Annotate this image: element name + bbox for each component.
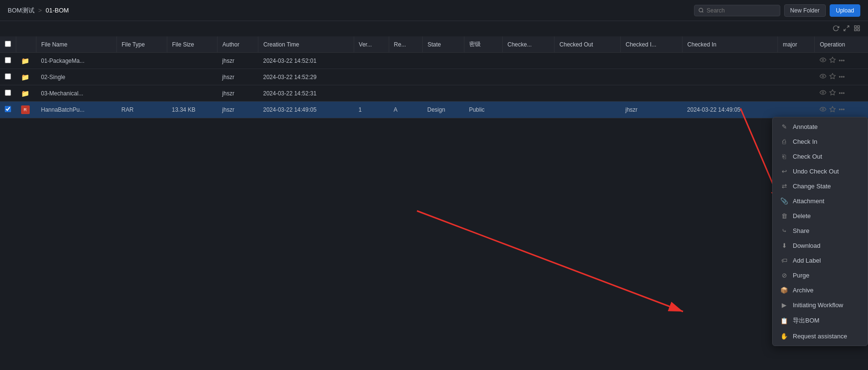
- row-checkbox-cell[interactable]: [0, 53, 16, 69]
- star-icon[interactable]: [829, 73, 836, 81]
- table-row[interactable]: 📁 02-Single jhszr 2024-03-22 14:52:29: [0, 69, 868, 85]
- menu-item-label-attachment: Attachment: [793, 197, 824, 205]
- row-operation[interactable]: •••: [815, 85, 868, 102]
- menu-item-check-in[interactable]: ⎙ Check In: [773, 134, 868, 149]
- col-creation-time[interactable]: Creation Time: [258, 36, 354, 53]
- row-checked-i: [621, 53, 683, 69]
- menu-item-change-state[interactable]: ⇄ Change State: [773, 179, 868, 194]
- table-row[interactable]: 📁 01-PackageMa... jhszr 2024-03-22 14:52…: [0, 53, 868, 69]
- expand-icon[interactable]: [843, 25, 850, 33]
- search-box[interactable]: [694, 5, 780, 16]
- row-file-name[interactable]: 02-Single: [36, 69, 117, 85]
- col-secret[interactable]: 密级: [464, 36, 502, 53]
- row-checkbox-cell[interactable]: [0, 102, 16, 118]
- menu-item-share[interactable]: ⤷ Share: [773, 223, 868, 238]
- row-checkbox[interactable]: [5, 90, 11, 96]
- grid-icon[interactable]: [854, 25, 860, 33]
- menu-item-label-delete: Delete: [793, 212, 811, 220]
- upload-button[interactable]: Upload: [830, 4, 860, 17]
- table-row[interactable]: 📁 03-Mechanical... jhszr 2024-03-22 14:5…: [0, 85, 868, 102]
- menu-item-add-label[interactable]: 🏷 Add Label: [773, 253, 868, 268]
- new-folder-button[interactable]: New Folder: [784, 4, 826, 17]
- row-creation-time: 2024-03-22 14:52:01: [258, 53, 354, 69]
- row-file-type: RAR: [116, 102, 167, 118]
- row-file-name[interactable]: 01-PackageMa...: [36, 53, 117, 69]
- more-icon[interactable]: •••: [839, 58, 845, 64]
- row-type-icon: 📁: [16, 69, 36, 85]
- menu-item-export-bom[interactable]: 📋 导出BOM: [773, 312, 868, 329]
- breadcrumb: BOM测试 > 01-BOM: [8, 6, 69, 15]
- select-all-checkbox[interactable]: [5, 41, 11, 47]
- col-author[interactable]: Author: [218, 36, 258, 53]
- watch-icon[interactable]: [820, 106, 826, 114]
- row-checkbox-cell[interactable]: [0, 69, 16, 85]
- menu-item-label-purge: Purge: [793, 272, 810, 279]
- header-checkbox-cell[interactable]: [0, 36, 16, 53]
- row-author: jhszr: [218, 53, 258, 69]
- row-operation[interactable]: •••: [815, 69, 868, 85]
- row-file-size: [167, 53, 217, 69]
- breadcrumb-separator: >: [38, 7, 42, 14]
- col-file-type[interactable]: File Type: [116, 36, 167, 53]
- row-checkbox[interactable]: [5, 57, 11, 63]
- menu-item-delete[interactable]: 🗑 Delete: [773, 208, 868, 223]
- more-icon[interactable]: •••: [839, 90, 845, 97]
- search-input[interactable]: [706, 7, 775, 14]
- folder-icon: 📁: [21, 57, 29, 65]
- col-major[interactable]: major: [778, 36, 815, 53]
- menu-item-undo-check-out[interactable]: ↩ Undo Check Out: [773, 164, 868, 179]
- menu-item-initiating-workflow[interactable]: ▶ Initiating Workflow: [773, 298, 868, 312]
- col-re[interactable]: Re...: [389, 36, 422, 53]
- col-file-name[interactable]: File Name: [36, 36, 117, 53]
- menu-item-check-out[interactable]: ⎗ Check Out: [773, 149, 868, 164]
- col-state[interactable]: State: [423, 36, 464, 53]
- col-operation[interactable]: Operation: [815, 36, 868, 53]
- menu-item-icon-request-assistance: ✋: [780, 333, 788, 340]
- menu-item-attachment[interactable]: 📎 Attachment: [773, 194, 868, 208]
- menu-item-icon-change-state: ⇄: [780, 183, 788, 190]
- row-operation[interactable]: •••: [815, 53, 868, 69]
- col-checked-out[interactable]: Checked Out: [555, 36, 621, 53]
- row-checked-out: [555, 102, 621, 118]
- col-icon: [16, 36, 36, 53]
- star-icon[interactable]: [829, 106, 836, 114]
- col-file-size[interactable]: File Size: [167, 36, 217, 53]
- row-state: Design: [423, 102, 464, 118]
- table-header-row: File Name File Type File Size Author Cre…: [0, 36, 868, 53]
- row-checked-in: [683, 85, 778, 102]
- menu-item-request-assistance[interactable]: ✋ Request assistance: [773, 329, 868, 344]
- star-icon[interactable]: [829, 57, 836, 65]
- menu-item-icon-purge: ⊘: [780, 272, 788, 279]
- more-icon[interactable]: •••: [839, 74, 845, 81]
- row-checkbox-cell[interactable]: [0, 85, 16, 102]
- col-checked-i[interactable]: Checked I...: [621, 36, 683, 53]
- col-checke[interactable]: Checke...: [502, 36, 555, 53]
- row-checke: [502, 53, 555, 69]
- col-checked-in[interactable]: Checked In: [683, 36, 778, 53]
- file-table-container: File Name File Type File Size Author Cre…: [0, 36, 868, 118]
- svg-point-12: [822, 92, 824, 93]
- row-file-name[interactable]: HannaBatchPu...: [36, 102, 117, 118]
- row-file-name[interactable]: 03-Mechanical...: [36, 85, 117, 102]
- row-file-size: [167, 69, 217, 85]
- star-icon[interactable]: [829, 89, 836, 97]
- more-icon[interactable]: •••: [839, 106, 845, 113]
- col-ver[interactable]: Ver...: [354, 36, 389, 53]
- refresh-icon[interactable]: [833, 25, 839, 33]
- menu-item-purge[interactable]: ⊘ Purge: [773, 268, 868, 283]
- breadcrumb-current: 01-BOM: [46, 7, 69, 14]
- watch-icon[interactable]: [820, 57, 826, 65]
- menu-item-annotate[interactable]: ✎ Annotate: [773, 119, 868, 134]
- row-file-type: [116, 85, 167, 102]
- watch-icon[interactable]: [820, 89, 826, 97]
- menu-item-download[interactable]: ⬇ Download: [773, 238, 868, 253]
- menu-item-icon-share: ⤷: [780, 227, 788, 234]
- row-operation[interactable]: •••: [815, 102, 868, 118]
- row-type-icon: 📁: [16, 53, 36, 69]
- breadcrumb-root[interactable]: BOM测试: [8, 6, 35, 15]
- row-checkbox[interactable]: [5, 106, 11, 112]
- watch-icon[interactable]: [820, 73, 826, 81]
- table-row[interactable]: R HannaBatchPu... RAR 13.34 KB jhszr 202…: [0, 102, 868, 118]
- menu-item-archive[interactable]: 📦 Archive: [773, 283, 868, 298]
- row-checkbox[interactable]: [5, 73, 11, 80]
